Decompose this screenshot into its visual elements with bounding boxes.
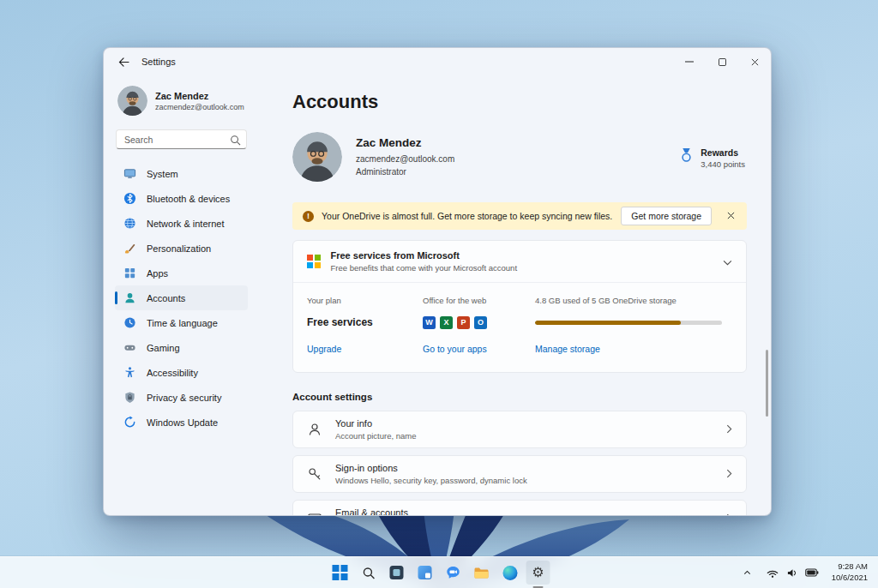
sidebar-item-apps[interactable]: Apps [115, 261, 248, 285]
clock-time: 9:28 AM [832, 561, 868, 573]
edge-button[interactable] [498, 561, 522, 585]
storage-progress-fill [535, 321, 681, 325]
sidebar-item-label: Windows Update [147, 417, 218, 428]
window-title: Settings [141, 57, 176, 67]
minimize-icon [685, 57, 694, 66]
microsoft-logo-icon [307, 255, 321, 268]
row-subtitle: Account picture, name [335, 431, 417, 441]
widgets-icon [418, 565, 433, 580]
bluetooth-icon [123, 192, 136, 205]
sidebar-item-label: Time & language [147, 318, 218, 328]
sidebar-item-gaming[interactable]: Gaming [115, 335, 248, 360]
plan-column-header: Your plan [307, 296, 423, 305]
storage-progress-bar [535, 321, 722, 325]
search-input[interactable] [116, 129, 247, 149]
task-view-icon [389, 565, 405, 580]
accounts-icon [123, 291, 136, 304]
user-email: zacmendez@outlook.com [155, 103, 244, 111]
plan-name: Free services [307, 316, 373, 328]
sidebar-item-time-language[interactable]: Time & language [115, 310, 248, 335]
volume-icon [786, 567, 798, 579]
sidebar-item-personalization[interactable]: Personalization [115, 236, 248, 261]
row-subtitle: Windows Hello, security key, password, d… [335, 476, 527, 485]
go-to-your-apps-link[interactable]: Go to your apps [423, 344, 487, 354]
search-box[interactable] [116, 129, 247, 149]
excel-icon: X [440, 316, 453, 329]
gaming-icon [123, 341, 136, 354]
free-services-title: Free services from Microsoft [331, 250, 518, 261]
sidebar-item-label: Accessibility [147, 368, 198, 378]
edge-icon [502, 566, 517, 580]
user-name: Zac Mendez [155, 91, 244, 101]
personalization-icon [123, 242, 136, 255]
chevron-right-icon [726, 422, 732, 437]
storage-column-header: 4.8 GB used of 5 GB OneDrive storage [535, 296, 732, 305]
back-button[interactable] [112, 51, 135, 72]
widgets-button[interactable] [413, 561, 437, 585]
clock-widget[interactable]: 9:28 AM 10/6/2021 [828, 560, 871, 585]
storage-column: 4.8 GB used of 5 GB OneDrive storage Man… [535, 296, 732, 356]
sidebar-item-windows-update[interactable]: Windows Update [115, 410, 248, 435]
sidebar-user-profile[interactable]: Zac Mendez zacmendez@outlook.com [115, 79, 248, 128]
close-button[interactable] [738, 48, 771, 75]
page-title: Accounts [292, 91, 747, 113]
onedrive-warning-banner: ! Your OneDrive is almost full. Get more… [292, 202, 747, 230]
sidebar-item-system[interactable]: System [115, 161, 248, 186]
your-info-row[interactable]: Your info Account picture, name [292, 411, 747, 448]
upgrade-link[interactable]: Upgrade [307, 344, 341, 354]
titlebar: Settings [104, 48, 771, 75]
time-language-icon [123, 316, 136, 329]
warning-icon: ! [303, 211, 314, 222]
gear-icon: ⚙ [532, 566, 544, 579]
banner-close-button[interactable] [721, 208, 741, 224]
sidebar-item-label: Network & internet [147, 219, 224, 229]
profile-email: zacmendez@outlook.com [356, 153, 454, 165]
sidebar-item-accounts[interactable]: Accounts [115, 285, 248, 310]
email-accounts-row[interactable]: Email & accounts Accounts used by email,… [292, 500, 747, 516]
maximize-icon [719, 58, 726, 66]
tray-status-icons[interactable] [764, 564, 821, 582]
task-view-button[interactable] [385, 561, 409, 585]
battery-icon [805, 567, 819, 578]
sidebar-item-label: Bluetooth & devices [147, 194, 230, 204]
sidebar-item-label: Privacy & security [147, 393, 221, 403]
free-services-header[interactable]: Free services from Microsoft Free benefi… [293, 241, 746, 283]
file-explorer-button[interactable] [470, 561, 494, 585]
sidebar-item-label: System [147, 169, 178, 179]
sign-in-options-row[interactable]: Sign-in options Windows Hello, security … [292, 455, 747, 493]
office-apps-row: W X P O [423, 313, 535, 332]
maximize-button[interactable] [706, 48, 738, 75]
windows-update-icon [123, 416, 136, 429]
system-icon [123, 167, 136, 180]
sidebar-item-label: Apps [147, 268, 168, 279]
minimize-button[interactable] [673, 48, 706, 75]
tray-overflow-button[interactable] [739, 561, 756, 585]
outlook-icon: O [474, 316, 487, 329]
clock-date: 10/6/2021 [832, 573, 868, 584]
scrollbar-thumb[interactable] [766, 350, 768, 417]
folder-icon [474, 567, 490, 579]
chevron-down-icon [723, 254, 732, 269]
settings-button[interactable]: ⚙ [526, 561, 550, 585]
window-controls [673, 48, 771, 75]
sidebar-item-privacy-security[interactable]: Privacy & security [115, 385, 248, 410]
search-button[interactable] [357, 561, 381, 585]
rewards-widget[interactable]: Rewards 3,440 points [679, 146, 747, 169]
sidebar-item-accessibility[interactable]: Accessibility [115, 360, 248, 385]
start-button[interactable] [328, 561, 352, 585]
rewards-points: 3,440 points [701, 159, 745, 169]
manage-storage-link[interactable]: Manage storage [535, 344, 600, 354]
chat-button[interactable] [442, 561, 466, 585]
free-services-subtitle: Free benefits that come with your Micros… [331, 263, 518, 273]
sidebar-item-label: Accounts [147, 293, 185, 303]
sidebar-item-bluetooth-devices[interactable]: Bluetooth & devices [115, 186, 248, 211]
row-title: Email & accounts [335, 507, 508, 516]
search-icon [362, 567, 375, 579]
sidebar-item-label: Personalization [147, 243, 211, 254]
get-more-storage-button[interactable]: Get more storage [621, 207, 712, 225]
settings-window: Settings Zac Mendez zacmendez@outlook.co… [103, 47, 772, 516]
main-content: Accounts Zac Mendez zacmendez@outlook.co… [256, 75, 771, 515]
plan-column: Your plan Free services Upgrade [307, 296, 423, 356]
user-avatar [117, 86, 147, 116]
sidebar-item-network-internet[interactable]: Network & internet [115, 211, 248, 236]
